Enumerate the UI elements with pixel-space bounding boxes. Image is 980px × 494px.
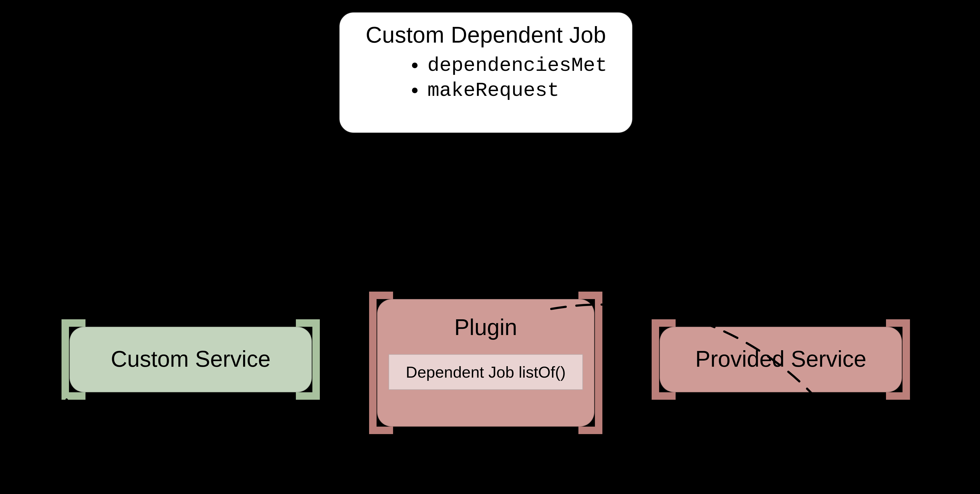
custom-service-box: Custom Service: [62, 319, 319, 400]
method-item: dependenciesMet: [425, 53, 616, 78]
dependent-job-listof-box: Dependent Job listOf(): [388, 354, 583, 390]
card-title: Custom Dependent Job: [355, 22, 616, 48]
service-label: Custom Service: [70, 346, 311, 372]
provided-service-box: Provided Service: [652, 319, 909, 400]
custom-dependent-job-card: Custom Dependent Job dependenciesMet mak…: [339, 12, 633, 133]
sub-box-label: Dependent Job listOf(): [406, 363, 566, 381]
plugin-label: Plugin: [378, 314, 594, 340]
plugin-box: Plugin Dependent Job listOf(): [370, 292, 602, 434]
card-method-list: dependenciesMet makeRequest: [355, 53, 616, 103]
diagram-canvas: Custom Dependent Job dependenciesMet mak…: [0, 0, 980, 494]
method-item: makeRequest: [425, 78, 616, 103]
service-label: Provided Service: [660, 346, 902, 372]
dashed-connector-left: [32, 384, 405, 494]
